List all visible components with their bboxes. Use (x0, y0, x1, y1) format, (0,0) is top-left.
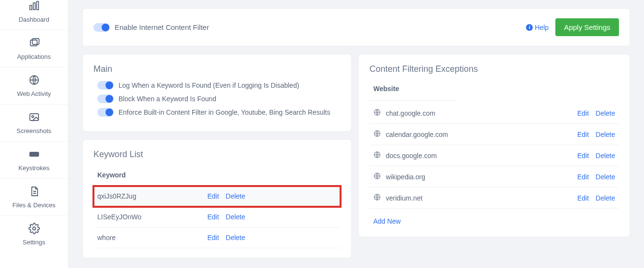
exception-delete-link[interactable]: Delete (596, 194, 615, 202)
exception-site: calendar.google.com (386, 131, 577, 138)
dashboard-icon (28, 0, 40, 13)
sidebar-item-dashboard[interactable]: Dashboard (0, 0, 68, 30)
help-label: Help (535, 24, 549, 31)
keyword-delete-link[interactable]: Delete (226, 192, 245, 200)
keyword-delete-link[interactable]: Delete (226, 213, 245, 221)
sidebar: Dashboard Applications Web Activity Scre… (0, 0, 68, 268)
exception-edit-link[interactable]: Edit (577, 173, 589, 181)
exception-edit-link[interactable]: Edit (577, 131, 589, 138)
keyword-text: qxiJs0RZJug (97, 192, 207, 200)
svg-rect-10 (33, 153, 34, 154)
exception-row: calendar.google.comEditDelete (369, 124, 619, 145)
sidebar-item-files-devices[interactable]: Files & Devices (0, 179, 68, 216)
globe-icon (373, 108, 381, 118)
keyword-row: LISeEyJOnWoEditDelete (93, 207, 341, 228)
svg-rect-8 (29, 152, 39, 157)
svg-point-7 (32, 116, 34, 118)
sidebar-item-screenshots[interactable]: Screenshots (0, 105, 68, 142)
opt-block-row: Block When a Keyword Is Found (97, 94, 341, 103)
svg-rect-11 (35, 153, 36, 154)
sidebar-item-keystrokes[interactable]: Keystrokes (0, 142, 68, 179)
keyword-edit-link[interactable]: Edit (207, 213, 219, 221)
exception-row: veridium.netEditDelete (369, 188, 619, 209)
keyword-delete-link[interactable]: Delete (226, 234, 245, 241)
enable-filter-toggle-row: Enable Internet Content Filter (93, 23, 209, 32)
globe-icon (373, 172, 381, 181)
opt-enforce-label: Enforce Built-in Content Filter in Googl… (118, 108, 330, 116)
info-icon: i (526, 24, 533, 31)
sidebar-item-label: Web Activity (17, 90, 51, 97)
globe-icon (373, 151, 381, 160)
file-icon (28, 186, 40, 199)
svg-rect-3 (30, 40, 37, 46)
sidebar-item-label: Settings (23, 239, 45, 246)
opt-block-label: Block When a Keyword Is Found (118, 95, 216, 103)
exception-site: wikipedia.org (386, 173, 577, 181)
opt-enforce-row: Enforce Built-in Content Filter in Googl… (97, 108, 341, 117)
exceptions-title: Content Filtering Exceptions (369, 64, 619, 74)
exception-delete-link[interactable]: Delete (596, 131, 615, 138)
opt-log-toggle[interactable] (97, 81, 114, 90)
keyword-list-title: Keyword List (93, 149, 341, 160)
opt-block-toggle[interactable] (97, 94, 114, 103)
enable-filter-card: Enable Internet Content Filter i Help Ap… (83, 9, 630, 46)
sidebar-item-applications[interactable]: Applications (0, 30, 68, 67)
keyword-edit-link[interactable]: Edit (207, 192, 219, 200)
sidebar-item-settings[interactable]: Settings (0, 216, 68, 253)
globe-icon (28, 74, 40, 87)
sidebar-item-label: Dashboard (19, 16, 50, 23)
image-icon (28, 111, 40, 124)
svg-rect-9 (31, 153, 32, 154)
sidebar-item-label: Screenshots (16, 127, 51, 134)
svg-rect-1 (33, 3, 35, 10)
main-content: Enable Internet Content Filter i Help Ap… (68, 0, 644, 268)
opt-enforce-toggle[interactable] (97, 108, 114, 117)
opt-log-row: Log When a Keyword Is Found (Even if Log… (97, 81, 341, 90)
keyword-row: qxiJs0RZJugEditDelete (93, 186, 341, 207)
exception-site: veridium.net (386, 194, 577, 202)
keyword-column-header: Keyword (93, 166, 190, 186)
main-options-card: Main Log When a Keyword Is Found (Even i… (83, 54, 351, 131)
exception-row: chat.google.comEditDelete (369, 103, 619, 124)
exception-delete-link[interactable]: Delete (596, 173, 615, 181)
keyword-edit-link[interactable]: Edit (207, 234, 219, 241)
keyword-row: whoreEditDelete (93, 228, 341, 248)
keyword-list-card: Keyword List Keyword qxiJs0RZJugEditDele… (83, 140, 351, 258)
exception-site: chat.google.com (386, 109, 577, 117)
sidebar-item-label: Keystrokes (18, 164, 49, 172)
sidebar-item-label: Files & Devices (13, 201, 56, 209)
apply-settings-button[interactable]: Apply Settings (555, 18, 619, 36)
svg-rect-4 (32, 39, 39, 44)
main-title: Main (93, 64, 341, 74)
svg-rect-0 (30, 5, 32, 10)
keyword-text: LISeEyJOnWo (97, 213, 207, 221)
svg-rect-12 (37, 153, 38, 154)
sidebar-item-web-activity[interactable]: Web Activity (0, 67, 68, 105)
gear-icon (28, 223, 40, 236)
add-new-link[interactable]: Add New (369, 209, 405, 227)
globe-icon (373, 193, 381, 202)
opt-log-label: Log When a Keyword Is Found (Even if Log… (118, 81, 299, 89)
exception-edit-link[interactable]: Edit (577, 194, 589, 202)
globe-icon (373, 130, 381, 139)
exception-site: docs.google.com (386, 152, 577, 160)
exceptions-card: Content Filtering Exceptions Website cha… (359, 54, 630, 237)
exception-row: wikipedia.orgEditDelete (369, 166, 619, 188)
keyboard-icon (28, 148, 40, 161)
exception-edit-link[interactable]: Edit (577, 152, 589, 160)
help-link[interactable]: i Help (526, 24, 549, 31)
applications-icon (28, 37, 40, 50)
svg-rect-2 (37, 1, 39, 10)
exception-edit-link[interactable]: Edit (577, 109, 589, 117)
exception-delete-link[interactable]: Delete (596, 152, 615, 160)
svg-point-14 (33, 227, 36, 230)
sidebar-item-label: Applications (17, 53, 51, 60)
exception-delete-link[interactable]: Delete (596, 109, 615, 117)
enable-filter-label: Enable Internet Content Filter (115, 23, 209, 31)
enable-filter-toggle[interactable] (93, 23, 110, 32)
exceptions-column-header: Website (369, 81, 456, 101)
exception-row: docs.google.comEditDelete (369, 145, 619, 166)
keyword-text: whore (97, 234, 207, 241)
svg-rect-13 (32, 155, 37, 155)
